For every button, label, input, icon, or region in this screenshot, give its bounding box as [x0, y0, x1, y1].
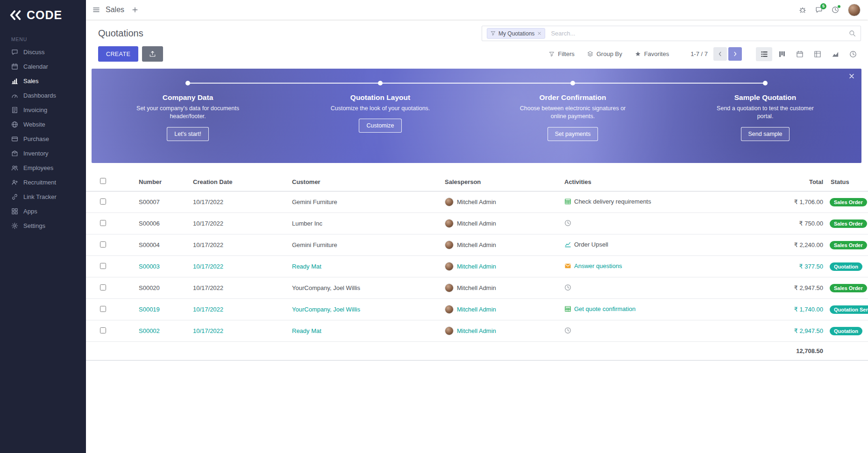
chevron-left-icon: [717, 51, 723, 57]
search-filter-chip[interactable]: My Quotations: [487, 28, 545, 39]
spreadsheet-icon[interactable]: [564, 305, 571, 312]
column-header-customer[interactable]: Customer: [288, 172, 441, 191]
sidebar-item-discuss[interactable]: Discuss: [0, 45, 86, 59]
sidebar-item-label: Calendar: [23, 63, 48, 70]
row-checkbox[interactable]: [100, 263, 106, 269]
search-button[interactable]: [849, 30, 856, 37]
link-icon: [11, 193, 18, 200]
banner-close-button[interactable]: [848, 73, 855, 79]
amount-total: ₹ 2,947.50: [794, 327, 824, 334]
chartline-icon[interactable]: [564, 241, 571, 248]
brand-logo[interactable]: CODE: [0, 0, 86, 30]
sidebar-item-label: Website: [23, 121, 45, 128]
quotation-number: S00020: [139, 284, 160, 291]
spreadsheet-icon[interactable]: [564, 198, 571, 205]
filters-button[interactable]: Filters: [549, 50, 574, 57]
column-header-creation-date[interactable]: Creation Date: [189, 172, 288, 191]
remove-filter-icon[interactable]: [537, 31, 541, 35]
search-box[interactable]: My Quotations: [482, 26, 861, 41]
sidebar-item-website[interactable]: Website: [0, 117, 86, 132]
kanban-view-button[interactable]: [774, 47, 790, 61]
column-header-total[interactable]: Total: [766, 172, 827, 191]
column-header-status[interactable]: Status: [827, 172, 868, 191]
table-row[interactable]: S0000610/17/2022Lumber IncMitchell Admin…: [86, 213, 868, 234]
pager-previous-button[interactable]: [713, 47, 727, 61]
sidebar-item-recruitment[interactable]: Recruitment: [0, 175, 86, 190]
sidebar-item-calendar[interactable]: Calendar: [0, 59, 86, 74]
sidebar-item-link-tracker[interactable]: Link Tracker: [0, 190, 86, 204]
creation-date: 10/17/2022: [193, 284, 223, 291]
activity-view-button[interactable]: [845, 47, 861, 61]
calendar-view-button[interactable]: [791, 47, 808, 61]
sidebar-item-invoicing[interactable]: Invoicing: [0, 103, 86, 117]
graph-view-button[interactable]: [827, 47, 843, 61]
add-tab-button[interactable]: [132, 7, 138, 13]
row-checkbox[interactable]: [100, 241, 106, 248]
sidebar-item-label: Purchase: [23, 135, 49, 142]
sidebar-item-employees[interactable]: Employees: [0, 161, 86, 175]
activities-button[interactable]: [832, 6, 839, 14]
close-icon: [537, 31, 541, 35]
table-row[interactable]: S0000410/17/2022Gemini FurnitureMitchell…: [86, 234, 868, 256]
export-button[interactable]: [142, 46, 163, 62]
row-checkbox[interactable]: [100, 327, 106, 333]
clock-icon[interactable]: [564, 219, 571, 226]
debug-button[interactable]: [799, 6, 806, 14]
close-icon: [848, 73, 855, 79]
salesperson-avatar: [445, 219, 454, 228]
step-button-let-s-start-[interactable]: Let's start!: [167, 127, 208, 141]
user-avatar[interactable]: [848, 4, 861, 16]
table-row[interactable]: S0000210/17/2022Ready MatMitchell Admin₹…: [86, 320, 868, 342]
messages-button[interactable]: 5: [815, 6, 823, 14]
pager-range: 1-7 / 7: [690, 50, 708, 57]
column-header-salesperson[interactable]: Salesperson: [441, 172, 561, 191]
inventory-icon: [11, 150, 18, 157]
envelope-icon[interactable]: [564, 262, 571, 269]
pager-next-button[interactable]: [728, 47, 742, 61]
search-tools: Filters Group By Favorites: [549, 50, 669, 57]
sidebar-item-label: Recruitment: [23, 179, 56, 186]
table-row[interactable]: S0000310/17/2022Ready MatMitchell AdminA…: [86, 256, 868, 277]
step-button-set-payments[interactable]: Set payments: [548, 127, 598, 141]
sidebar-item-apps[interactable]: Apps: [0, 204, 86, 219]
table-row[interactable]: S0000710/17/2022Gemini FurnitureMitchell…: [86, 191, 868, 213]
status-badge: Sales Order: [830, 198, 867, 206]
pivot-view-button[interactable]: [809, 47, 825, 61]
sidebar-item-dashboards[interactable]: Dashboards: [0, 88, 86, 103]
select-all-checkbox[interactable]: [100, 178, 106, 184]
sidebar-item-settings[interactable]: Settings: [0, 219, 86, 233]
column-header-activities[interactable]: Activities: [561, 172, 766, 191]
list-view-button[interactable]: [756, 47, 772, 61]
onboarding-steps: Company DataSet your company's data for …: [92, 69, 861, 141]
step-button-customize[interactable]: Customize: [359, 119, 401, 133]
row-checkbox[interactable]: [100, 284, 106, 290]
column-header-number[interactable]: Number: [135, 172, 189, 191]
search-input[interactable]: [550, 29, 844, 37]
group-by-button[interactable]: Group By: [587, 50, 622, 57]
sidebar-item-label: Employees: [23, 164, 53, 171]
clock-icon[interactable]: [564, 327, 571, 334]
sidebar-item-label: Inventory: [23, 150, 48, 157]
hamburger-menu-button[interactable]: [92, 6, 100, 14]
page-title: Quotations: [98, 28, 143, 39]
sidebar-item-label: Sales: [23, 78, 39, 85]
step-title: Sample Quotation: [669, 93, 861, 102]
sidebar-item-purchase[interactable]: Purchase: [0, 132, 86, 146]
row-checkbox[interactable]: [100, 306, 106, 312]
list-icon: [761, 50, 768, 58]
table-row[interactable]: S0002010/17/2022YourCompany, Joel Willis…: [86, 277, 868, 299]
row-checkbox[interactable]: [100, 220, 106, 226]
sidebar-item-inventory[interactable]: Inventory: [0, 146, 86, 161]
step-button-send-sample[interactable]: Send sample: [741, 127, 790, 141]
clock-icon[interactable]: [564, 284, 571, 291]
creation-date: 10/17/2022: [193, 263, 223, 270]
favorites-button[interactable]: Favorites: [635, 50, 669, 57]
favorites-label: Favorites: [644, 50, 669, 57]
table-row[interactable]: S0001910/17/2022YourCompany, Joel Willis…: [86, 299, 868, 320]
app-title[interactable]: Sales: [106, 6, 124, 14]
create-button[interactable]: CREATE: [98, 46, 138, 62]
activity-cell: Get quote confirmation: [564, 305, 636, 312]
amount-total: ₹ 1,706.00: [794, 198, 824, 205]
row-checkbox[interactable]: [100, 198, 106, 205]
sidebar-item-sales[interactable]: Sales: [0, 74, 86, 88]
